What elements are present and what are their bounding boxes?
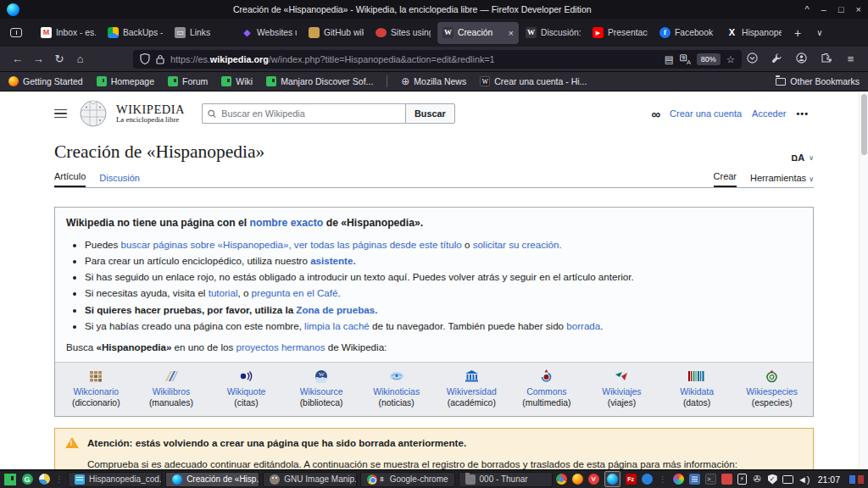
project-wikinews[interactable]: Wikinoticias(noticias) [359, 369, 434, 409]
pocket-icon[interactable] [742, 53, 763, 66]
bookmark-forum[interactable]: Forum [168, 76, 208, 86]
browser-tab-creacion-active[interactable]: WCreación× [437, 22, 519, 44]
devtools-wrench-icon[interactable] [766, 53, 787, 66]
bookmark-star-icon[interactable]: ☆ [726, 53, 735, 65]
tools-menu[interactable]: Herramientas ∨ [750, 173, 814, 187]
browser-tab-links[interactable]: ▭Links [170, 22, 235, 44]
browser-tab-websites[interactable]: ◆Websites u [236, 22, 302, 44]
tray-red-app-icon[interactable] [721, 474, 732, 485]
window-close-button[interactable]: × [856, 0, 861, 19]
search-input[interactable] [221, 108, 400, 119]
account-icon[interactable] [791, 53, 812, 66]
back-button[interactable]: ← [7, 53, 28, 65]
tray-chrome-icon[interactable] [556, 474, 567, 485]
browser-tab-youtube[interactable]: ▶Presentaci [587, 22, 653, 44]
tray-terminal-icon[interactable]: >_ [705, 474, 716, 485]
launcher-g-button[interactable]: G [20, 473, 34, 486]
tray-filezilla-icon[interactable]: Fz [626, 474, 637, 485]
home-button[interactable]: ⌂ [70, 53, 91, 65]
asistente-link[interactable]: asistente. [310, 255, 356, 266]
url-bar[interactable]: https://es.wikipedia.org/w/index.php?tit… [133, 50, 742, 69]
project-wikidata[interactable]: Wikidata(datos) [659, 369, 735, 409]
project-wikiversity[interactable]: Wikiversidad(académico) [434, 369, 509, 409]
firefox-view-button[interactable] [3, 22, 29, 44]
limpia-cache-link[interactable]: limpia la caché [304, 320, 370, 331]
other-bookmarks-button[interactable]: Other Bookmarks [776, 76, 860, 86]
page-scrollbar[interactable] [859, 92, 868, 469]
taskbar-window-gimp[interactable]: GNU Image Manip... [263, 472, 357, 487]
browser-tab-facebook[interactable]: fFacebook [654, 22, 720, 44]
app-menu-icon[interactable]: ≡ [840, 53, 861, 65]
project-wikiquote[interactable]: Wikiquote(citas) [209, 369, 284, 409]
tray-overflow-icon[interactable]: ⋮ [658, 474, 668, 484]
browser-tab-github[interactable]: GitHub wik [303, 22, 369, 44]
nombre-exacto-link[interactable]: nombre exacto [250, 217, 324, 229]
browser-tab-drive[interactable]: BackUps - [103, 22, 168, 44]
browser-tab-discusion[interactable]: WDiscusión: [520, 22, 586, 44]
project-commons[interactable]: Commons(multimedia) [509, 369, 585, 409]
project-wikibooks[interactable]: Wikilibros(manuales) [134, 369, 209, 409]
donate-icon[interactable]: ∞ [651, 107, 659, 121]
window-minimize-button[interactable]: – [821, 0, 826, 19]
window-shade-button[interactable]: ^ [805, 0, 810, 19]
project-wikisource[interactable]: W Wikisource(biblioteca) [284, 369, 359, 409]
bookmark-homepage[interactable]: Homepage [97, 76, 154, 86]
tray-clipboard-icon[interactable]: ✇ [752, 474, 763, 485]
language-selector[interactable]: ﬦA ∨ [791, 152, 814, 163]
bookmark-getting-started[interactable]: Getting Started [8, 76, 83, 86]
create-account-link[interactable]: Crear una cuenta [670, 108, 742, 119]
list-all-tabs-button[interactable]: ∨ [809, 28, 830, 37]
tray-power-icon[interactable]: ⚡ [737, 474, 747, 485]
taskbar-window-firefox[interactable]: Creación de «Hisp... [165, 472, 259, 487]
zona-pruebas-link[interactable]: Zona de pruebas. [296, 304, 377, 315]
cafe-link[interactable]: pregunta en el Café [252, 287, 338, 298]
proyectos-hermanos-link[interactable]: proyectos hermanos [236, 341, 325, 352]
workspace-switcher[interactable] [849, 474, 865, 485]
bookmark-wiki[interactable]: Wiki [221, 76, 253, 86]
wikipedia-wordmark[interactable]: WIKIPEDIA La enciclopedia libre [116, 103, 185, 124]
project-wikivoyage[interactable]: Wikiviajes(viajes) [584, 369, 659, 409]
borrada-link[interactable]: borrada [566, 320, 600, 331]
tray-vivaldi-icon[interactable]: V [588, 474, 599, 485]
tracking-shield-icon[interactable] [140, 53, 150, 64]
scrollbar-thumb[interactable] [861, 94, 867, 155]
tray-notes-icon[interactable] [689, 474, 700, 485]
login-link[interactable]: Acceder [752, 108, 786, 119]
window-maximize-button[interactable]: □ [838, 0, 844, 19]
project-wiktionary[interactable]: Wikcionario(diccionario) [58, 369, 134, 409]
tray-firefox-dev-selected[interactable] [604, 471, 620, 487]
tray-security-shield-icon[interactable]: ✓ [768, 474, 777, 485]
tray-volume-icon[interactable]: ◄) [798, 474, 810, 485]
taskbar-window-chrome[interactable]: 8Google-chrome [360, 472, 454, 487]
browser-tab-gmail[interactable]: MInbox - es. [36, 22, 101, 44]
browser-tab-x[interactable]: XHispanope [721, 22, 787, 44]
tab-close-icon[interactable]: × [507, 28, 514, 38]
translate-icon[interactable]: A [680, 54, 691, 64]
browser-tab-sites[interactable]: Sites using [370, 22, 436, 44]
tab-talk[interactable]: Discusión [99, 173, 140, 187]
reader-mode-icon[interactable]: ▤ [665, 53, 674, 65]
search-box[interactable] [202, 103, 405, 124]
extensions-puzzle-icon[interactable] [815, 53, 837, 66]
reload-button[interactable]: ↻ [49, 53, 70, 65]
project-wikispecies[interactable]: Wikiespecies(especies) [734, 369, 810, 409]
search-button[interactable]: Buscar [405, 103, 455, 124]
tab-article[interactable]: Artículo [54, 171, 86, 187]
taskbar-clock[interactable]: 21:07 [815, 474, 843, 485]
launcher-pie-button[interactable] [37, 473, 51, 486]
bookmark-crear-cuenta[interactable]: WCrear una cuenta - Hi... [480, 76, 587, 86]
wikipedia-globe-logo[interactable] [79, 99, 108, 128]
tray-color-wheel-icon[interactable] [673, 474, 684, 485]
bookmark-manjaro-discover[interactable]: Manjaro Discover Sof... [266, 76, 373, 86]
solicitar-creacion-link[interactable]: solicitar su creación. [473, 239, 562, 250]
taskbar-window-thunar[interactable]: 000 - Thunar [459, 472, 553, 487]
tray-firefox-icon[interactable] [572, 474, 583, 485]
tray-blue-app-icon[interactable] [642, 474, 653, 485]
tab-create[interactable]: Crear [714, 171, 737, 187]
new-tab-button[interactable]: + [787, 26, 809, 40]
user-menu-dots-icon[interactable]: ••• [796, 108, 809, 119]
zoom-level-badge[interactable]: 80% [697, 53, 721, 65]
manjaro-menu-button[interactable] [3, 473, 17, 486]
tray-display-icon[interactable] [782, 475, 793, 484]
forward-button[interactable]: → [28, 53, 49, 65]
